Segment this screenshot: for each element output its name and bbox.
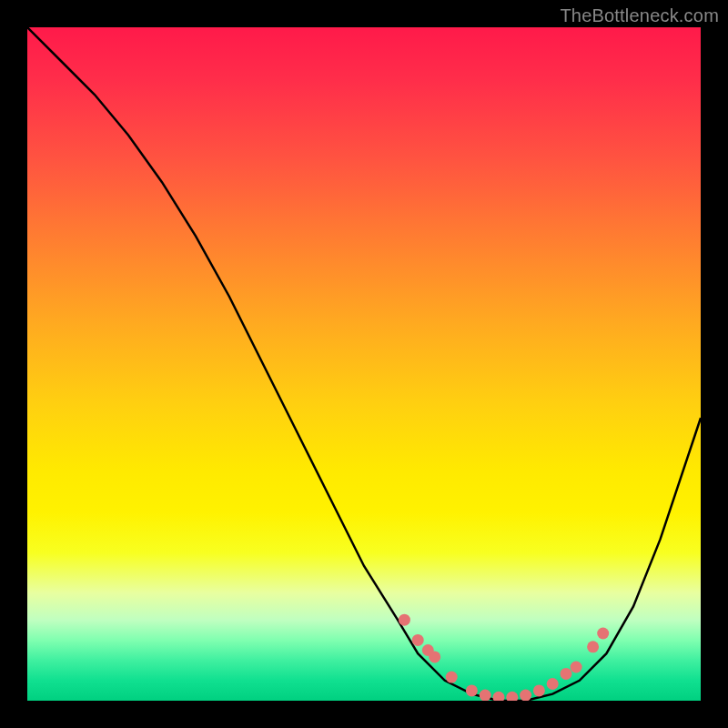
data-point [429,651,440,662]
data-point [493,692,505,701]
data-point [587,641,599,652]
data-point [480,690,491,701]
data-point [571,662,582,673]
scatter-points [399,614,609,701]
bottleneck-curve [27,27,701,701]
chart-svg [27,27,701,701]
data-point [547,678,559,690]
data-point [412,634,424,646]
data-point [597,628,609,640]
data-point [520,690,531,701]
chart-container: TheBottleneck.com [0,0,728,728]
data-point [561,668,572,680]
data-point [446,672,458,683]
data-point [533,684,545,696]
watermark-text: TheBottleneck.com [560,5,719,26]
data-point [506,692,518,701]
data-point [466,684,478,696]
data-point [399,614,410,626]
